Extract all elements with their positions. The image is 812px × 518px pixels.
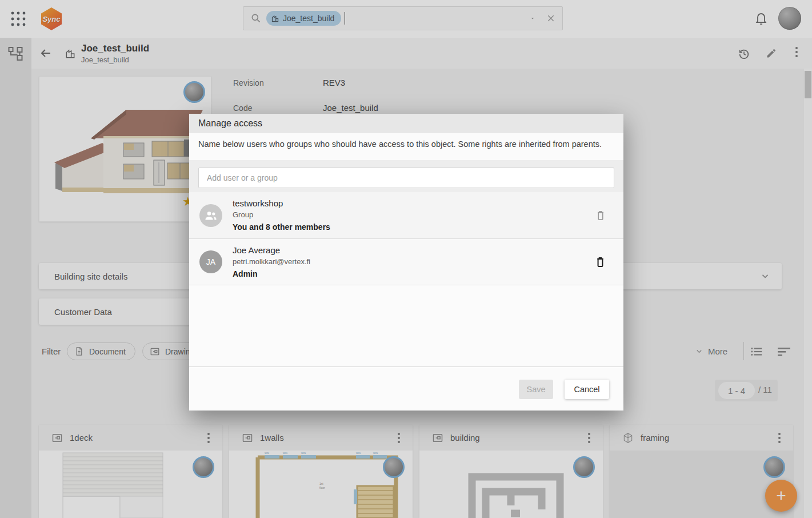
member-status: You and 8 other members (233, 221, 330, 233)
dialog-footer: Save Cancel (189, 366, 623, 411)
user-initials-avatar: JA (199, 250, 222, 273)
manage-access-dialog: Manage access Name below users who group… (189, 114, 623, 410)
dialog-titlebar: Manage access (189, 114, 623, 133)
add-user-input[interactable] (198, 168, 614, 188)
group-avatar (199, 204, 222, 227)
app-window: Sync Joe_test_build (0, 0, 812, 518)
member-name: testworkshop (233, 197, 330, 209)
group-icon (204, 209, 218, 222)
dialog-title: Manage access (198, 118, 262, 129)
delete-trash-icon[interactable] (594, 255, 606, 269)
user-initials: JA (206, 257, 215, 266)
add-user-section (189, 160, 623, 192)
member-name: Joe Average (233, 244, 310, 256)
cancel-button[interactable]: Cancel (565, 380, 609, 399)
member-type: Group (233, 209, 330, 221)
member-email: petri.molkkari@vertex.fi (233, 256, 310, 268)
save-button[interactable]: Save (519, 380, 553, 399)
member-status: Admin (233, 268, 310, 280)
access-list-row-group[interactable]: testworkshop Group You and 8 other membe… (189, 192, 623, 239)
dialog-description: Name below users who groups who should h… (198, 140, 612, 149)
delete-trash-icon[interactable] (595, 209, 606, 222)
access-list-row-user[interactable]: JA Joe Average petri.molkkari@vertex.fi … (189, 239, 623, 285)
